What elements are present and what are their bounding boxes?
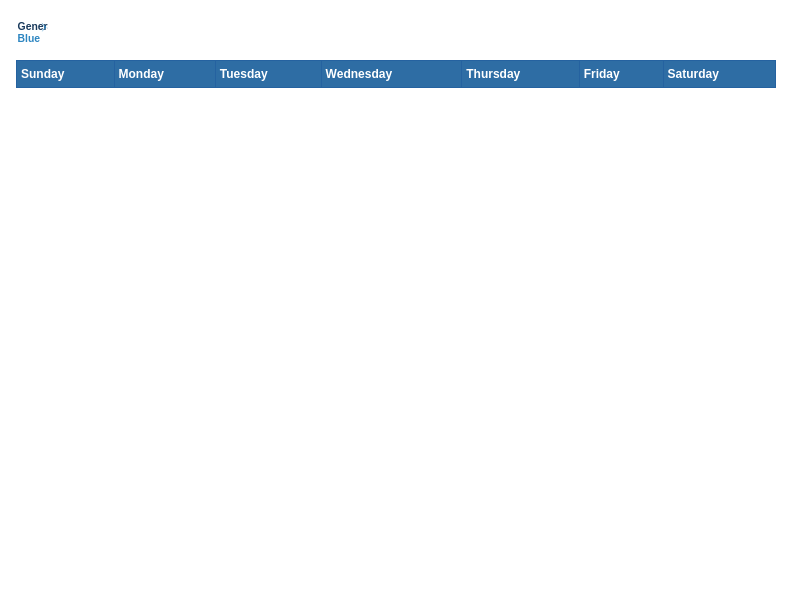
- weekday-friday: Friday: [579, 61, 663, 88]
- page-header: General Blue: [16, 16, 776, 48]
- svg-text:Blue: Blue: [18, 33, 41, 44]
- weekday-header-row: SundayMondayTuesdayWednesdayThursdayFrid…: [17, 61, 776, 88]
- svg-text:General: General: [18, 21, 48, 32]
- weekday-wednesday: Wednesday: [321, 61, 462, 88]
- weekday-thursday: Thursday: [462, 61, 579, 88]
- calendar-table: SundayMondayTuesdayWednesdayThursdayFrid…: [16, 60, 776, 88]
- logo-icon: General Blue: [16, 16, 48, 48]
- logo: General Blue: [16, 16, 48, 48]
- weekday-monday: Monday: [114, 61, 215, 88]
- weekday-sunday: Sunday: [17, 61, 115, 88]
- weekday-tuesday: Tuesday: [215, 61, 321, 88]
- weekday-saturday: Saturday: [663, 61, 776, 88]
